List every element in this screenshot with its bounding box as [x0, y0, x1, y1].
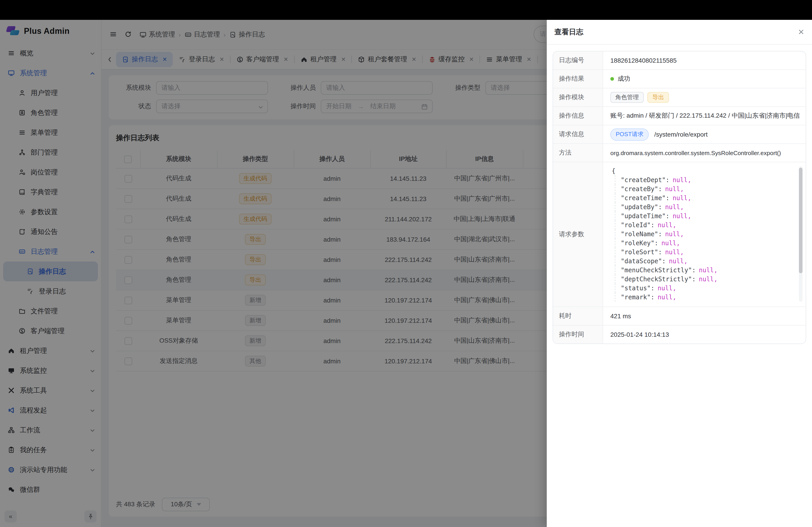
- detail-label: 操作信息: [553, 107, 603, 125]
- log-id-value: 1882612840802115585: [603, 51, 806, 70]
- detail-label: 日志编号: [553, 51, 603, 70]
- json-line: "roleId":null,: [615, 221, 794, 229]
- drawer-title: 查看日志: [554, 27, 583, 37]
- request-params-json[interactable]: { "createDept":null, "createBy":null, "c…: [603, 162, 806, 306]
- success-dot-icon: [610, 77, 614, 81]
- detail-row-duration: 耗时 421 ms: [553, 307, 806, 326]
- json-line: "deptCheckStrictly":null,: [615, 274, 794, 284]
- detail-row-request: 请求信息 POST请求 /system/role/export: [553, 125, 806, 144]
- method-value: org.dromara.system.controller.system.Sys…: [603, 144, 806, 162]
- post-method-tag: POST请求: [610, 128, 649, 140]
- detail-label: 操作结果: [553, 70, 603, 88]
- detail-row-method: 方法 org.dromara.system.controller.system.…: [553, 144, 806, 162]
- json-line: "roleSort":null,: [615, 247, 794, 257]
- json-line: "updateTime":null,: [615, 211, 794, 221]
- json-line: {: [612, 166, 794, 175]
- operation-info-value: 账号: admin / 研发部门 / 222.175.114.242 / 中国|…: [603, 107, 806, 125]
- drawer-body: 日志编号 1882612840802115585 操作结果 成功 操作模块 角色…: [547, 45, 812, 350]
- detail-row-params: 请求参数 { "createDept":null, "createBy":nul…: [553, 162, 806, 307]
- screen: Plus Admin 概览 系统管理 用户管理 角色管理 菜单管理 部门管理 岗…: [0, 0, 812, 527]
- json-line: "roleKey":null,: [615, 239, 794, 247]
- detail-label: 请求参数: [553, 162, 603, 306]
- duration-value: 421 ms: [603, 307, 806, 325]
- close-drawer-icon[interactable]: ✕: [798, 28, 804, 36]
- json-line: "menuCheckStrictly":null,: [615, 266, 794, 274]
- detail-label: 方法: [553, 144, 603, 162]
- json-scrollbar-thumb[interactable]: [799, 168, 802, 273]
- json-line: "createDept":null,: [615, 175, 794, 184]
- json-line: "updateBy":null,: [615, 202, 794, 211]
- detail-row-module: 操作模块 角色管理 导出: [553, 88, 806, 107]
- json-scrollbar-track[interactable]: [799, 166, 802, 302]
- detail-label: 操作模块: [553, 88, 603, 106]
- json-line: "remark":null,: [615, 292, 794, 302]
- detail-row-info: 操作信息 账号: admin / 研发部门 / 222.175.114.242 …: [553, 107, 806, 125]
- module-tag: 角色管理: [610, 92, 644, 103]
- detail-row-log-id: 日志编号 1882612840802115585: [553, 51, 806, 70]
- detail-row-result: 操作结果 成功: [553, 70, 806, 88]
- module-value: 角色管理 导出: [603, 88, 806, 106]
- request-info-value: POST请求 /system/role/export: [603, 125, 806, 144]
- log-details-table: 日志编号 1882612840802115585 操作结果 成功 操作模块 角色…: [553, 51, 806, 344]
- action-tag: 导出: [647, 92, 669, 103]
- request-url: /system/role/export: [654, 131, 708, 138]
- json-line: "createBy":null,: [615, 184, 794, 193]
- json-line: "dataScope":null,: [615, 257, 794, 266]
- operation-time-value: 2025-01-24 10:14:13: [603, 326, 806, 344]
- json-line: "createTime":null,: [615, 193, 794, 202]
- result-value: 成功: [603, 70, 806, 88]
- json-line: "roleName":null,: [615, 229, 794, 239]
- json-line: "status":null,: [615, 284, 794, 292]
- view-log-drawer: 查看日志 ✕ 日志编号 1882612840802115585 操作结果 成功 …: [547, 20, 812, 527]
- detail-row-time: 操作时间 2025-01-24 10:14:13: [553, 326, 806, 344]
- detail-label: 操作时间: [553, 326, 603, 344]
- detail-label: 请求信息: [553, 125, 603, 144]
- detail-label: 耗时: [553, 307, 603, 325]
- drawer-header: 查看日志 ✕: [547, 20, 812, 45]
